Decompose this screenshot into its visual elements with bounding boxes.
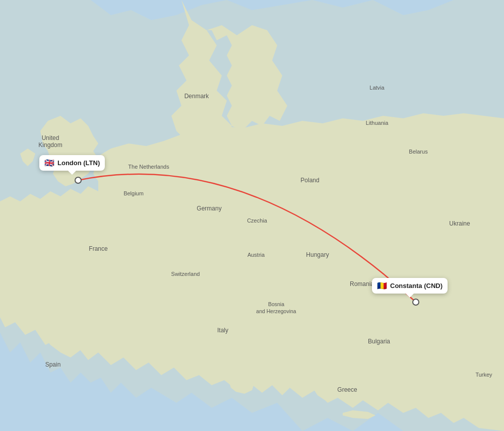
label-greece: Greece bbox=[337, 386, 357, 393]
map-svg: United Kingdom Denmark The Netherlands B… bbox=[0, 0, 504, 431]
svg-text:Kingdom: Kingdom bbox=[38, 141, 62, 149]
label-germany: Germany bbox=[197, 205, 221, 212]
label-belarus: Belarus bbox=[409, 149, 428, 155]
label-lithuania: Lithuania bbox=[366, 120, 389, 126]
label-italy: Italy bbox=[217, 327, 228, 334]
label-hungary: Hungary bbox=[306, 251, 329, 258]
label-turkey: Turkey bbox=[475, 372, 492, 378]
label-bosnia2: and Herzegovina bbox=[256, 308, 296, 314]
label-belgium: Belgium bbox=[123, 190, 144, 196]
label-france: France bbox=[89, 245, 108, 252]
label-austria: Austria bbox=[247, 252, 265, 258]
map-container: United Kingdom Denmark The Netherlands B… bbox=[0, 0, 504, 431]
label-bulgaria: Bulgaria bbox=[368, 338, 390, 345]
label-czechia: Czechia bbox=[247, 218, 268, 224]
label-latvia: Latvia bbox=[369, 85, 385, 91]
label-switzerland: Switzerland bbox=[171, 271, 200, 277]
label-spain: Spain bbox=[45, 361, 61, 368]
label-romania: Romania bbox=[350, 280, 374, 288]
destination-dot bbox=[413, 299, 419, 305]
label-bosnia1: Bosnia bbox=[268, 301, 284, 307]
origin-dot bbox=[75, 177, 81, 183]
label-poland: Poland bbox=[300, 177, 319, 184]
label-uk: United bbox=[42, 134, 59, 141]
label-ukraine: Ukraine bbox=[449, 220, 470, 227]
label-netherlands: The Netherlands bbox=[128, 164, 169, 170]
label-denmark: Denmark bbox=[184, 93, 210, 100]
